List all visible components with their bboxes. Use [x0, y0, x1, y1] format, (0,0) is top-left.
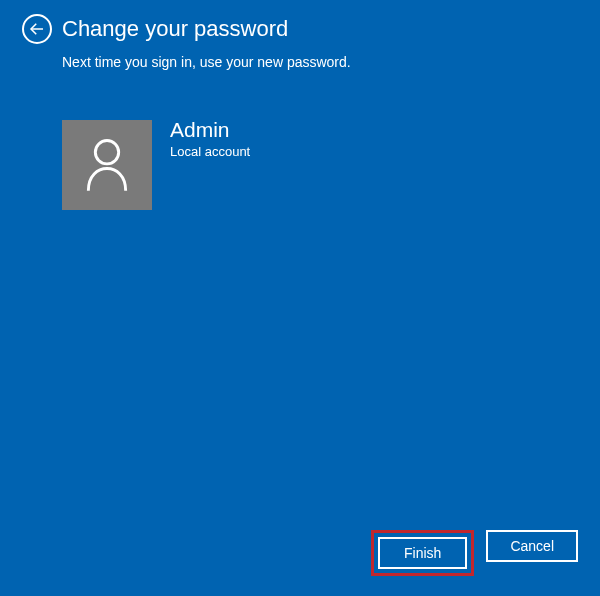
page-subtitle: Next time you sign in, use your new pass… — [0, 46, 600, 70]
finish-highlight: Finish — [371, 530, 474, 576]
header: Change your password — [0, 0, 600, 46]
user-icon — [83, 137, 131, 193]
button-row: Finish Cancel — [371, 530, 578, 576]
svg-point-1 — [95, 141, 118, 164]
cancel-button[interactable]: Cancel — [486, 530, 578, 562]
user-info: Admin Local account — [170, 120, 250, 159]
back-button[interactable] — [22, 14, 52, 44]
back-arrow-icon — [28, 20, 46, 38]
user-section: Admin Local account — [0, 70, 600, 210]
finish-button[interactable]: Finish — [378, 537, 467, 569]
user-type: Local account — [170, 144, 250, 159]
page-title: Change your password — [62, 16, 288, 42]
avatar — [62, 120, 152, 210]
user-name: Admin — [170, 118, 250, 142]
